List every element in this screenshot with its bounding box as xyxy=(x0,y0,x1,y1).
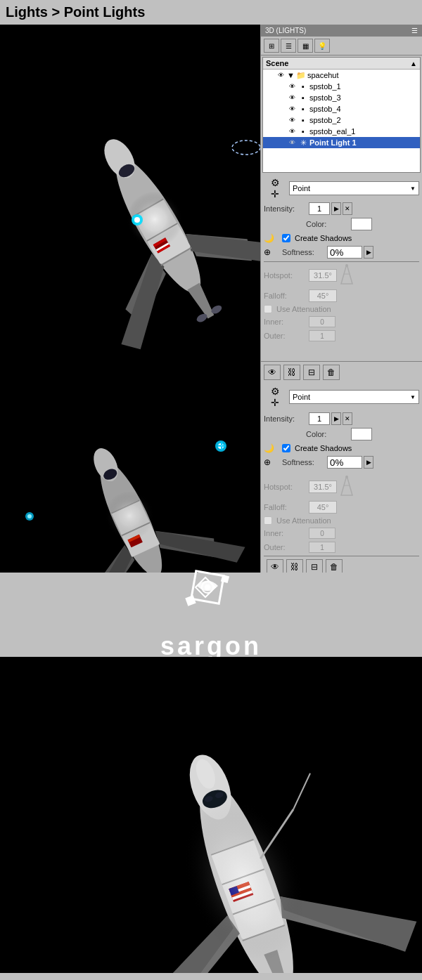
intensity-input-2[interactable] xyxy=(309,412,330,425)
tree-item-eal[interactable]: 👁 ▪ spstob_eal_1 xyxy=(263,126,420,137)
softness-icon-1: ⊕ xyxy=(264,247,279,257)
hotspot-row-2: Hotspot: xyxy=(264,476,419,498)
move-icon-2[interactable]: ✛ xyxy=(271,397,279,408)
intensity-label-2: Intensity: xyxy=(264,414,306,423)
svg-point-49 xyxy=(345,476,348,478)
toolbar-light-btn[interactable]: 💡 xyxy=(314,39,330,53)
falloff-label-2: Falloff: xyxy=(264,503,306,511)
obj-icon-eal: ▪ xyxy=(298,126,308,136)
eye-icon-sp3: 👁 xyxy=(287,93,297,103)
scene-tree-1: Scene ▲ 👁 ▼ 📁 spacehut 👁 ▪ spstob_1 👁 ▪ … xyxy=(262,57,421,173)
eye-icon-pl1: 👁 xyxy=(287,138,297,148)
softness-label-1: Softness: xyxy=(282,248,324,256)
shadows-icon-1: 🌙 xyxy=(264,233,279,243)
move-tool-cluster-1: ⚙ ✛ xyxy=(264,177,286,200)
inner-row-1: Inner: xyxy=(264,316,419,327)
type-row-2: ⚙ ✛ Point ▼ xyxy=(264,386,419,408)
softness-input-2[interactable] xyxy=(327,456,362,469)
settings-icon-1[interactable]: ⚙ xyxy=(271,177,280,188)
intensity-input-1[interactable] xyxy=(309,202,330,215)
intensity-up-1[interactable]: ▶ xyxy=(331,202,341,215)
intensity-row-2: Intensity: ▶ ✕ xyxy=(264,412,419,425)
scroll-up-arrow[interactable]: ▲ xyxy=(410,60,417,67)
falloff-row-2: Falloff: xyxy=(264,501,419,514)
shadows-label-2: Create Shadows xyxy=(295,444,352,452)
light-type-dropdown-1[interactable]: Point ▼ xyxy=(289,181,419,195)
obj-icon-sp4: ▪ xyxy=(298,104,308,114)
svg-text:✛: ✛ xyxy=(217,440,226,452)
svg-point-25 xyxy=(345,264,348,267)
attenuation-label-2: Use Attenuation xyxy=(276,516,331,525)
toolbar-list-btn[interactable]: ☰ xyxy=(281,39,296,53)
inner-row-2: Inner: xyxy=(264,528,419,539)
softness-up-2[interactable]: ▶ xyxy=(364,456,373,469)
move-tool-cluster-2: ⚙ ✛ xyxy=(264,386,286,408)
softness-label-2: Softness: xyxy=(282,458,324,466)
spstob1-label: spstob_1 xyxy=(309,82,418,91)
intensity-up-2[interactable]: ▶ xyxy=(331,412,341,425)
footer-align-btn-1[interactable]: ⊟ xyxy=(303,365,320,380)
tree-item-spstob1[interactable]: 👁 ▪ spstob_1 xyxy=(263,81,420,92)
tree-item-spacehut[interactable]: 👁 ▼ 📁 spacehut xyxy=(263,70,420,81)
toolbar-scene-btn[interactable]: ⊞ xyxy=(264,39,279,53)
viewport-2: ✛ xyxy=(0,383,260,573)
spacehut-label: spacehut xyxy=(307,71,418,79)
shuttle-scene-svg-3 xyxy=(0,657,422,973)
shuttle-scene-svg-1 xyxy=(0,25,260,383)
inner-label-1: Inner: xyxy=(264,318,306,326)
intensity-controls-1: ▶ ✕ xyxy=(309,202,352,215)
tree-item-pointlight1[interactable]: 👁 ✳ Point Light 1 xyxy=(263,137,420,148)
panel-menu-icon[interactable]: ☰ xyxy=(411,27,418,34)
logo-section: sargon xyxy=(0,573,422,657)
shadows-label-1: Create Shadows xyxy=(295,234,352,242)
intensity-x-2[interactable]: ✕ xyxy=(343,412,352,425)
outer-row-2: Outer: xyxy=(264,542,419,553)
spstob3-label: spstob_3 xyxy=(309,93,418,102)
inner-input-1 xyxy=(309,316,335,327)
color-label-1: Color: xyxy=(306,220,348,228)
spstob2-label: spstob_2 xyxy=(309,116,418,124)
hotspot-label-2: Hotspot: xyxy=(264,483,306,491)
light-type-label-1: Point xyxy=(293,184,310,192)
footer-chain-btn-1[interactable]: ⛓ xyxy=(283,365,300,380)
shadows-checkbox-1[interactable] xyxy=(282,234,290,242)
eye-icon-sp4: 👁 xyxy=(287,104,297,114)
type-row-1: ⚙ ✛ Point ▼ xyxy=(264,177,419,200)
toggle-icon: ▼ xyxy=(287,71,295,79)
softness-up-1[interactable]: ▶ xyxy=(364,246,373,259)
tree-item-spstob3[interactable]: 👁 ▪ spstob_3 xyxy=(263,92,420,103)
light-type-dropdown-2[interactable]: Point ▼ xyxy=(289,390,419,404)
viewport-1 xyxy=(0,25,260,383)
softness-input-1[interactable] xyxy=(327,246,362,259)
scene-header: Scene ▲ xyxy=(263,58,420,70)
panel-titlebar-1: 3D (LIGHTS) ☰ xyxy=(261,25,422,37)
color-swatch-2[interactable] xyxy=(351,428,372,440)
settings-icon-2[interactable]: ⚙ xyxy=(271,386,280,397)
attenuation-check-2: Use Attenuation xyxy=(264,516,331,525)
dropdown-arrow-1: ▼ xyxy=(410,185,416,192)
intensity-x-1[interactable]: ✕ xyxy=(343,202,352,215)
footer-eye-btn-1[interactable]: 👁 xyxy=(264,365,281,380)
tree-item-spstob2[interactable]: 👁 ▪ spstob_2 xyxy=(263,115,420,126)
inner-input-2 xyxy=(309,528,335,539)
toolbar-grid-btn[interactable]: ▦ xyxy=(298,39,313,53)
falloff-row-1: Falloff: xyxy=(264,289,419,302)
attenuation-row-1: Use Attenuation xyxy=(264,305,419,313)
eal-label: spstob_eal_1 xyxy=(309,127,418,136)
tree-item-spstob4[interactable]: 👁 ▪ spstob_4 xyxy=(263,103,420,115)
shadows-icon-2: 🌙 xyxy=(264,443,279,453)
shadows-checkbox-2[interactable] xyxy=(282,444,290,452)
viewport-3 xyxy=(0,657,422,973)
intensity-label-1: Intensity: xyxy=(264,204,306,213)
eye-icon-sp2: 👁 xyxy=(287,115,297,125)
attenuation-checkbox-2 xyxy=(264,516,272,525)
lights-panel-2: ⚙ ✛ Point ▼ Intensity: ▶ ✕ Color: 🌙 xyxy=(260,383,422,573)
eye-icon-sp1: 👁 xyxy=(287,81,297,91)
panel-toolbar-1: ⊞ ☰ ▦ 💡 xyxy=(261,37,422,55)
footer-delete-btn-1[interactable]: 🗑 xyxy=(323,365,340,380)
outer-row-1: Outer: xyxy=(264,330,419,341)
softness-row-1: ⊕ Softness: ▶ xyxy=(264,246,419,259)
color-swatch-1[interactable] xyxy=(351,218,372,230)
move-icon-1[interactable]: ✛ xyxy=(271,188,279,200)
hotspot-input-2 xyxy=(309,481,337,493)
